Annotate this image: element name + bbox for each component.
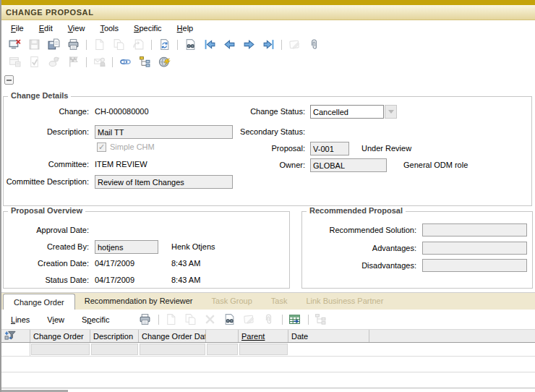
change-details-legend: Change Details — [8, 91, 71, 100]
menu-specific[interactable]: Specific — [134, 24, 162, 33]
created-by-field[interactable] — [95, 240, 158, 254]
grid-cell-placeholder — [91, 344, 138, 355]
menu-help[interactable]: Help — [177, 24, 194, 33]
menu-specific[interactable]: Specific — [82, 315, 110, 324]
filter-icon — [4, 330, 17, 342]
grid-cell-placeholder — [31, 344, 90, 355]
grid-cell[interactable] — [288, 343, 369, 356]
advantages-field[interactable] — [422, 242, 527, 255]
tab-change-order[interactable]: Change Order — [3, 294, 75, 310]
proposal-overview-legend: Proposal Overview — [8, 206, 85, 215]
change-value: CH-000080000 — [95, 105, 149, 119]
status-date-label: Status Date: — [4, 273, 89, 287]
workflow-icon[interactable] — [156, 55, 172, 69]
drill-down-icon[interactable] — [287, 312, 303, 327]
window-titlebar: CHANGE PROPOSAL — [1, 5, 535, 20]
grid-cell[interactable] — [30, 343, 90, 356]
approve-icon — [26, 55, 42, 69]
grid-cell-placeholder — [140, 344, 205, 355]
change-status-label: Change Status: — [148, 105, 305, 119]
change-details-group: Change Details Change: CH-000080000 Desc… — [3, 96, 532, 206]
attachment-icon — [261, 312, 277, 327]
recommended-proposal-legend: Recommended Proposal — [307, 206, 406, 215]
proposal-field[interactable] — [310, 142, 349, 155]
refresh-icon[interactable] — [156, 38, 172, 52]
save-close-icon[interactable] — [7, 38, 22, 52]
tab-task-group: Task Group — [202, 293, 262, 310]
chevron-down-icon — [388, 110, 394, 114]
menu-file[interactable]: File — [11, 24, 24, 33]
menu-tools[interactable]: Tools — [100, 24, 119, 33]
grid-cell-placeholder — [239, 344, 288, 355]
next-record-icon[interactable] — [241, 38, 257, 52]
change-status-combobox[interactable] — [310, 105, 384, 119]
committee-label: Committee: — [4, 158, 89, 171]
proposal-overview-group: Proposal Overview Approval Date: Created… — [3, 211, 290, 289]
save-new-icon[interactable] — [46, 38, 61, 52]
finish-flag-icon — [65, 55, 81, 69]
menu-view[interactable]: View — [47, 315, 64, 324]
grid-header-change-order[interactable]: Change Order — [30, 330, 90, 342]
grid-header-date[interactable]: Date — [288, 330, 369, 342]
find-icon[interactable] — [182, 38, 198, 52]
recommended-proposal-group: Recommended Proposal Recommended Solutio… — [301, 211, 533, 289]
creation-date-value: 04/17/2009 — [95, 257, 134, 270]
window-title: CHANGE PROPOSAL — [6, 8, 93, 17]
grid-cell[interactable] — [369, 343, 535, 356]
last-record-icon[interactable] — [260, 38, 276, 52]
recommended-solution-field[interactable] — [422, 223, 527, 237]
checkmark-icon: ✓ — [98, 142, 105, 151]
toolbar-separator — [112, 57, 113, 67]
grid-row-empty[interactable] — [1, 357, 535, 372]
previous-record-icon[interactable] — [221, 38, 237, 52]
window-left-border — [0, 0, 1, 392]
grid-cell[interactable] — [239, 343, 288, 356]
form-window-icon — [7, 55, 22, 69]
grid-header-description[interactable]: Description — [90, 330, 139, 342]
disadvantages-field[interactable] — [422, 259, 527, 272]
disadvantages-label: Disadvantages: — [302, 259, 416, 273]
find-icon[interactable] — [222, 312, 238, 327]
notes-icon — [286, 38, 302, 52]
send-mail-icon — [91, 55, 107, 69]
proposal-label: Proposal: — [148, 142, 305, 155]
print-icon[interactable] — [65, 38, 81, 52]
owner-field[interactable] — [310, 158, 387, 172]
collapse-header-button[interactable] — [4, 75, 14, 85]
grid-header-row: Change OrderDescriptionChange Order Date… — [1, 329, 535, 343]
committee-description-field[interactable] — [95, 175, 233, 189]
first-record-icon[interactable] — [202, 38, 218, 52]
simple-chm-checkbox: ✓ — [97, 142, 106, 152]
grid-cell[interactable] — [139, 343, 206, 356]
grid-row-empty[interactable] — [1, 372, 535, 388]
tab-recommendation-by-reviewer[interactable]: Recommendation by Reviewer — [75, 293, 202, 310]
attachment-icon[interactable] — [306, 38, 322, 52]
status-time-value: 8:43 AM — [171, 273, 200, 287]
hierarchy-icon[interactable] — [137, 55, 153, 69]
toolbar-separator — [177, 40, 178, 50]
grid-cell[interactable] — [206, 343, 239, 356]
grid-menus: LinesViewSpecific — [11, 315, 127, 324]
print-icon[interactable] — [137, 312, 153, 327]
toolbar-separator — [86, 57, 87, 67]
grid-cell[interactable] — [90, 343, 139, 356]
grid-cell-selector[interactable] — [1, 343, 30, 356]
grid-header-blank[interactable] — [206, 330, 239, 342]
committee-description-label: Committee Description: — [4, 175, 89, 189]
grid-row-current[interactable] — [1, 343, 535, 357]
copy-icon — [111, 38, 127, 52]
link-icon[interactable] — [117, 55, 133, 69]
grid-header-selector[interactable] — [1, 330, 30, 342]
menu-lines[interactable]: Lines — [11, 315, 30, 324]
menu-edit[interactable]: Edit — [39, 24, 53, 33]
menu-view[interactable]: View — [68, 24, 85, 33]
tab-task: Task — [262, 293, 297, 310]
minus-icon — [7, 80, 12, 81]
grid-toolbar-icons — [137, 312, 333, 327]
grid-header-change-order-date[interactable]: Change Order Date — [139, 330, 206, 342]
committee-value: ITEM REVIEW — [95, 158, 147, 171]
grid-header-parent[interactable]: Parent — [239, 330, 288, 342]
new-document-icon — [163, 312, 179, 327]
tabstrip: Change OrderRecommendation by ReviewerTa… — [1, 292, 535, 310]
advantages-label: Advantages: — [302, 242, 416, 255]
